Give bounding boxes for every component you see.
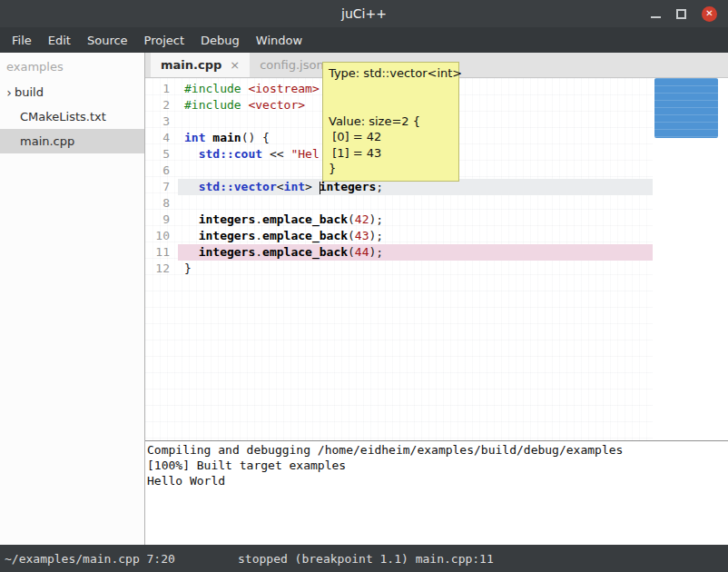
code-token: std::cout: [199, 147, 262, 161]
tree-item-label: CMakeLists.txt: [20, 110, 106, 123]
code-line[interactable]: 12}: [145, 261, 653, 277]
code-token: (: [348, 229, 355, 242]
tab-label: main.cpp: [161, 58, 221, 72]
code-token: <: [277, 180, 284, 193]
code-token: 43: [355, 229, 369, 242]
code-text: std::vector<int> integers;: [178, 179, 653, 195]
debug-tooltip: Type: std::vector<int> Value: size=2 { […: [322, 62, 459, 182]
tree-item-main-cpp[interactable]: main.cpp: [0, 129, 144, 153]
line-number[interactable]: 11: [145, 244, 178, 261]
code-token: emplace_back: [262, 229, 348, 242]
code-token: <<: [262, 147, 290, 161]
scrollbar-track: [653, 78, 728, 440]
tooltip-line: Value: size=2 {: [329, 113, 453, 130]
tree-item-label: build: [15, 85, 44, 99]
line-number[interactable]: 4: [145, 130, 178, 146]
code-token: [184, 245, 199, 259]
tooltip-line: [329, 97, 453, 113]
line-number[interactable]: 10: [145, 228, 178, 244]
line-number[interactable]: 9: [145, 212, 178, 228]
tooltip-line: }: [329, 161, 453, 177]
file-tree: ›buildCMakeLists.txtmain.cpp: [0, 80, 144, 153]
line-number[interactable]: 1: [145, 81, 178, 97]
code-token: "Hel: [290, 147, 319, 161]
code-token: (: [348, 245, 355, 259]
code-token: ;: [376, 180, 383, 193]
status-debug-state: stopped (breakpoint 1.1) main.cpp:11: [238, 552, 494, 566]
code-line[interactable]: 11 integers.emplace_back(44);: [145, 244, 653, 261]
line-number[interactable]: 2: [145, 97, 178, 113]
code-token: integers: [199, 245, 256, 259]
code-line[interactable]: 10 integers.emplace_back(43);: [145, 228, 653, 244]
code-token: );: [369, 212, 384, 226]
status-file-position: ~/examples/main.cpp 7:20: [0, 552, 175, 566]
code-token: .: [255, 229, 262, 242]
minimize-icon[interactable]: [651, 16, 661, 18]
tab-config-json[interactable]: config.json: [250, 53, 334, 77]
tab-main-cpp[interactable]: main.cpp×: [151, 53, 250, 77]
code-token: integers: [320, 180, 377, 193]
code-token: >: [305, 180, 320, 193]
code-text: [178, 195, 653, 212]
scrollbar-thumb[interactable]: [654, 78, 718, 138]
app-window: juCi++ ✕ FileEditSourceProjectDebugWindo…: [0, 0, 728, 572]
line-number[interactable]: 7: [145, 179, 178, 195]
menu-item-project[interactable]: Project: [136, 29, 192, 52]
tree-item-label: main.cpp: [20, 134, 74, 148]
code-token: .: [255, 212, 262, 226]
code-token: );: [369, 245, 384, 259]
code-token: int: [184, 131, 205, 144]
tooltip-line: [329, 82, 453, 98]
close-tab-icon[interactable]: ×: [230, 58, 240, 72]
tree-item-cmakelists-txt[interactable]: CMakeLists.txt: [0, 104, 144, 129]
tooltip-line: Type: std::vector<int>: [329, 65, 453, 82]
window-title: juCi++: [0, 6, 728, 21]
code-token: );: [369, 229, 384, 242]
output-line: Hello World: [147, 473, 728, 488]
line-number[interactable]: 12: [145, 261, 178, 277]
code-token: <vector>: [248, 98, 305, 112]
code-token: std::vector: [199, 180, 277, 193]
code-token: [184, 229, 199, 242]
menu-item-source[interactable]: Source: [79, 29, 136, 52]
title-bar: juCi++ ✕: [0, 0, 728, 27]
code-token: <iostream>: [248, 82, 319, 95]
line-number[interactable]: 3: [145, 113, 178, 130]
code-token: int: [284, 180, 305, 193]
code-token: #include: [184, 98, 241, 112]
menu-item-edit[interactable]: Edit: [40, 29, 79, 52]
code-line[interactable]: 8: [145, 195, 653, 212]
line-number[interactable]: 6: [145, 163, 178, 179]
code-text: integers.emplace_back(42);: [178, 212, 653, 228]
output-pane[interactable]: Compiling and debugging /home/eidheim/ex…: [145, 440, 728, 545]
code-token: [184, 180, 199, 193]
code-token: [184, 147, 199, 161]
output-line: Compiling and debugging /home/eidheim/ex…: [147, 442, 728, 458]
code-token: (: [348, 212, 355, 226]
code-token: integers: [199, 229, 256, 242]
code-token: () {: [241, 131, 270, 144]
tooltip-line: [1] = 43: [329, 145, 453, 162]
menu-item-window[interactable]: Window: [248, 29, 310, 52]
code-line[interactable]: 9 integers.emplace_back(42);: [145, 212, 653, 228]
project-name-label: examples: [0, 53, 144, 80]
code-token: 42: [355, 212, 369, 226]
menu-item-debug[interactable]: Debug: [192, 29, 248, 52]
code-text: integers.emplace_back(43);: [178, 228, 653, 244]
close-icon[interactable]: ✕: [702, 6, 717, 22]
tree-item-build[interactable]: ›build: [0, 80, 144, 104]
window-controls: ✕: [651, 6, 728, 22]
code-token: main: [212, 131, 241, 144]
chevron-right-icon: ›: [0, 85, 15, 100]
status-bar: ~/examples/main.cpp 7:20 stopped (breakp…: [0, 545, 728, 572]
line-number[interactable]: 8: [145, 195, 178, 212]
maximize-icon[interactable]: [676, 9, 686, 19]
menu-item-file[interactable]: File: [4, 29, 40, 52]
line-number[interactable]: 5: [145, 146, 178, 163]
code-token: }: [184, 261, 192, 275]
code-line[interactable]: 7 std::vector<int> integers;: [145, 179, 653, 195]
menu-bar: FileEditSourceProjectDebugWindow: [0, 27, 728, 53]
tooltip-line: [0] = 42: [329, 129, 453, 145]
code-token: .: [255, 245, 262, 259]
code-token: integers: [199, 212, 256, 226]
